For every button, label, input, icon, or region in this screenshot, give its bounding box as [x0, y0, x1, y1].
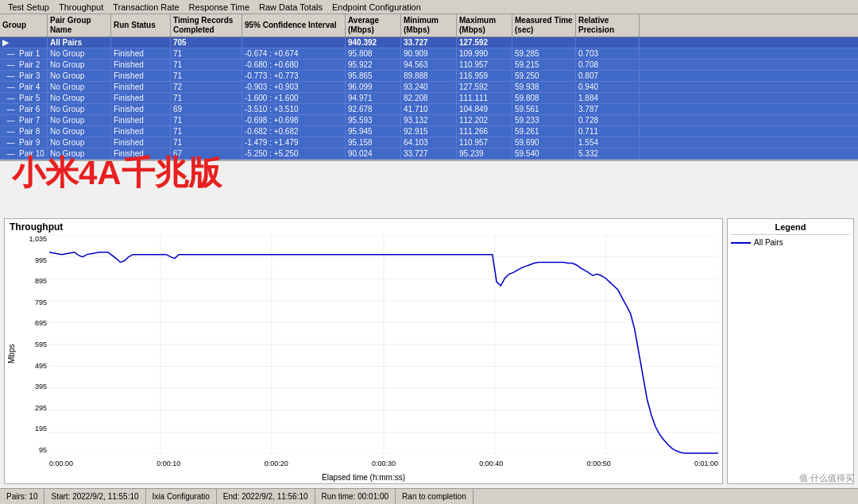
table-row[interactable]: — Pair 6 No Group Finished 69 -3.510 : +… [0, 104, 858, 115]
x-tick: 0:00:20 [265, 460, 288, 467]
table-row[interactable]: — Pair 1 No Group Finished 71 -0.674 : +… [0, 48, 858, 60]
menu-endpoint-config[interactable]: Endpoint Configuration [327, 2, 426, 12]
col-confidence: 95% Confidence Interval [242, 14, 346, 37]
cell-minimum: 33.727 [401, 148, 457, 159]
cell-average: 94.971 [346, 93, 401, 103]
cell-pair: — Pair 4 [0, 82, 48, 92]
table-row-all-pairs[interactable]: ▶ All Pairs 705 940.392 33.727 127.592 [0, 37, 858, 48]
status-run-time: Run time: 00:01:00 [315, 489, 396, 504]
y-axis-ticks: 1,03599589579569559549539529519595 [17, 235, 49, 454]
menu-response-time[interactable]: Response Time [184, 2, 254, 12]
cell-status: Finished [111, 104, 171, 114]
cell-maximum: 109.990 [457, 48, 512, 59]
cell-status: Finished [111, 115, 171, 125]
legend-label-all-pairs: All Pairs [754, 238, 783, 247]
cell-precision: 0.940 [576, 82, 640, 92]
cell-confidence: -0.680 : +0.680 [242, 60, 346, 70]
cell-precision: 1.884 [576, 93, 640, 103]
cell-time: 59.561 [512, 104, 576, 114]
y-tick: 1,035 [29, 235, 47, 243]
cell-group: No Group [48, 115, 111, 125]
cell-precision: 1.554 [576, 137, 640, 148]
chart-legend: Legend All Pairs [727, 218, 854, 484]
cell-average: 90.024 [346, 148, 401, 159]
col-pair-group-name: Pair Group Name [48, 14, 111, 37]
all-pairs-time [512, 37, 576, 48]
cell-average: 95.945 [346, 126, 401, 137]
cell-time: 59.285 [512, 48, 576, 59]
cell-maximum: 127.592 [457, 82, 512, 92]
cell-average: 95.593 [346, 115, 401, 125]
cell-pair: — Pair 1 [0, 48, 48, 59]
cell-confidence: -1.600 : +1.600 [242, 93, 346, 103]
cell-average: 95.922 [346, 60, 401, 70]
cell-minimum: 90.909 [401, 48, 457, 59]
col-group: Group [0, 14, 48, 37]
cell-precision: 0.703 [576, 48, 640, 59]
all-pairs-confidence [242, 37, 346, 48]
cell-time: 59.250 [512, 71, 576, 81]
status-end: End: 2022/9/2, 11:56:10 [217, 489, 315, 504]
cell-pair: — Pair 5 [0, 93, 48, 103]
cell-time: 59.215 [512, 60, 576, 70]
cell-time: 59.540 [512, 148, 576, 159]
cell-minimum: 64.103 [401, 137, 457, 148]
y-tick: 795 [35, 298, 47, 306]
status-bar: Pairs: 10 Start: 2022/9/2, 11:55:10 Ixia… [0, 488, 858, 504]
chart-title: Throughput [5, 219, 722, 235]
cell-minimum: 94.563 [401, 60, 457, 70]
table-row[interactable]: — Pair 10 No Group Finished 67 -5.250 : … [0, 148, 858, 160]
y-tick: 95 [39, 446, 47, 454]
y-tick: 895 [35, 277, 47, 285]
x-tick: 0:00:00 [49, 460, 73, 467]
cell-group: No Group [48, 137, 111, 148]
col-minimum: Minimum (Mbps) [401, 14, 457, 37]
y-tick: 595 [35, 340, 47, 348]
cell-confidence: -0.674 : +0.674 [242, 48, 346, 59]
table-row[interactable]: — Pair 7 No Group Finished 71 -0.698 : +… [0, 115, 858, 126]
all-pairs-status [111, 37, 171, 48]
cell-status: Finished [111, 126, 171, 137]
y-tick: 995 [35, 256, 47, 264]
all-pairs-maximum: 127.592 [457, 37, 512, 48]
cell-precision: 0.711 [576, 126, 640, 137]
col-maximum: Maximum (Mbps) [457, 14, 512, 37]
legend-item-all-pairs: All Pairs [731, 238, 850, 247]
menu-raw-data[interactable]: Raw Data Totals [254, 2, 327, 12]
x-tick: 0:00:30 [372, 460, 396, 467]
legend-line-all-pairs [731, 242, 751, 244]
col-measured-time: Measured Time (sec) [512, 14, 576, 37]
all-pairs-name: All Pairs [48, 37, 111, 48]
y-tick: 695 [35, 319, 47, 327]
cell-timing: 69 [171, 104, 242, 114]
watermark: 值·什么值得买 [799, 472, 854, 484]
table-row[interactable]: — Pair 9 No Group Finished 71 -1.479 : +… [0, 137, 858, 148]
menu-throughput[interactable]: Throughput [54, 2, 108, 12]
cell-timing: 71 [171, 48, 242, 59]
menu-test-setup[interactable]: Test Setup [3, 2, 54, 12]
table-row[interactable]: — Pair 2 No Group Finished 71 -0.680 : +… [0, 60, 858, 71]
table-row[interactable]: — Pair 5 No Group Finished 71 -1.600 : +… [0, 93, 858, 104]
cell-status: Finished [111, 60, 171, 70]
cell-pair: — Pair 9 [0, 137, 48, 148]
cell-confidence: -0.682 : +0.682 [242, 126, 346, 137]
cell-precision: 5.332 [576, 148, 640, 159]
table-row[interactable]: — Pair 4 No Group Finished 72 -0.903 : +… [0, 82, 858, 93]
cell-average: 95.808 [346, 48, 401, 59]
cell-average: 92.678 [346, 104, 401, 114]
col-relative-precision: Relative Precision [576, 14, 640, 37]
y-tick: 195 [35, 425, 47, 433]
menu-bar: Test Setup Throughput Transaction Rate R… [0, 0, 858, 14]
cell-status: Finished [111, 71, 171, 81]
cell-timing: 72 [171, 82, 242, 92]
x-tick: 0:00:50 [587, 460, 611, 467]
x-tick: 0:00:40 [479, 460, 503, 467]
y-tick: 395 [35, 383, 47, 391]
cell-group: No Group [48, 104, 111, 114]
table-row[interactable]: — Pair 8 No Group Finished 71 -0.682 : +… [0, 126, 858, 137]
cell-maximum: 112.202 [457, 115, 512, 125]
menu-transaction-rate[interactable]: Transaction Rate [108, 2, 184, 12]
chart-main: Throughput Mbps 1,0359958957956955954953… [4, 218, 723, 484]
table-row[interactable]: — Pair 3 No Group Finished 71 -0.773 : +… [0, 71, 858, 82]
table-header: Group Pair Group Name Run Status Timing … [0, 14, 858, 37]
